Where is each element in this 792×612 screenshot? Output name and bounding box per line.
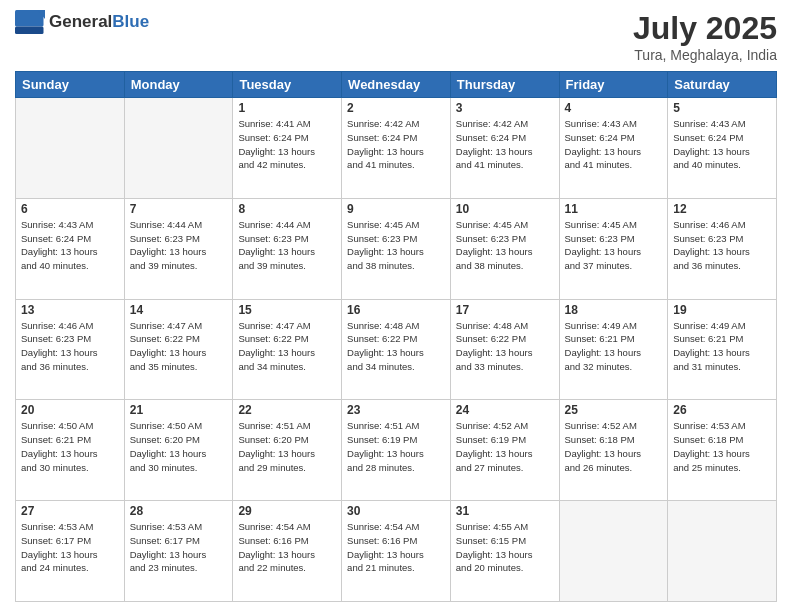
day-number: 8 — [238, 202, 336, 216]
day-number: 31 — [456, 504, 554, 518]
calendar-subtitle: Tura, Meghalaya, India — [633, 47, 777, 63]
table-row: 20Sunrise: 4:50 AMSunset: 6:21 PMDayligh… — [16, 400, 125, 501]
day-info: Sunrise: 4:49 AMSunset: 6:21 PMDaylight:… — [565, 319, 663, 374]
table-row: 24Sunrise: 4:52 AMSunset: 6:19 PMDayligh… — [450, 400, 559, 501]
table-row: 19Sunrise: 4:49 AMSunset: 6:21 PMDayligh… — [668, 299, 777, 400]
day-info: Sunrise: 4:44 AMSunset: 6:23 PMDaylight:… — [130, 218, 228, 273]
day-info: Sunrise: 4:48 AMSunset: 6:22 PMDaylight:… — [347, 319, 445, 374]
calendar-table: Sunday Monday Tuesday Wednesday Thursday… — [15, 71, 777, 602]
table-row: 30Sunrise: 4:54 AMSunset: 6:16 PMDayligh… — [342, 501, 451, 602]
logo-blue: Blue — [112, 12, 149, 31]
table-row: 1Sunrise: 4:41 AMSunset: 6:24 PMDaylight… — [233, 98, 342, 199]
day-info: Sunrise: 4:53 AMSunset: 6:17 PMDaylight:… — [130, 520, 228, 575]
day-number: 15 — [238, 303, 336, 317]
table-row: 18Sunrise: 4:49 AMSunset: 6:21 PMDayligh… — [559, 299, 668, 400]
table-row: 5Sunrise: 4:43 AMSunset: 6:24 PMDaylight… — [668, 98, 777, 199]
table-row: 29Sunrise: 4:54 AMSunset: 6:16 PMDayligh… — [233, 501, 342, 602]
table-row: 14Sunrise: 4:47 AMSunset: 6:22 PMDayligh… — [124, 299, 233, 400]
day-number: 1 — [238, 101, 336, 115]
table-row: 6Sunrise: 4:43 AMSunset: 6:24 PMDaylight… — [16, 198, 125, 299]
day-number: 16 — [347, 303, 445, 317]
day-number: 3 — [456, 101, 554, 115]
day-info: Sunrise: 4:42 AMSunset: 6:24 PMDaylight:… — [456, 117, 554, 172]
day-number: 24 — [456, 403, 554, 417]
day-number: 23 — [347, 403, 445, 417]
day-number: 19 — [673, 303, 771, 317]
day-number: 10 — [456, 202, 554, 216]
table-row: 25Sunrise: 4:52 AMSunset: 6:18 PMDayligh… — [559, 400, 668, 501]
day-info: Sunrise: 4:43 AMSunset: 6:24 PMDaylight:… — [673, 117, 771, 172]
logo: GeneralBlue — [15, 10, 149, 34]
day-info: Sunrise: 4:43 AMSunset: 6:24 PMDaylight:… — [21, 218, 119, 273]
table-row: 28Sunrise: 4:53 AMSunset: 6:17 PMDayligh… — [124, 501, 233, 602]
table-row: 10Sunrise: 4:45 AMSunset: 6:23 PMDayligh… — [450, 198, 559, 299]
table-row: 11Sunrise: 4:45 AMSunset: 6:23 PMDayligh… — [559, 198, 668, 299]
day-info: Sunrise: 4:48 AMSunset: 6:22 PMDaylight:… — [456, 319, 554, 374]
day-number: 12 — [673, 202, 771, 216]
day-info: Sunrise: 4:52 AMSunset: 6:18 PMDaylight:… — [565, 419, 663, 474]
svg-rect-0 — [15, 10, 44, 27]
col-tuesday: Tuesday — [233, 72, 342, 98]
table-row: 21Sunrise: 4:50 AMSunset: 6:20 PMDayligh… — [124, 400, 233, 501]
col-wednesday: Wednesday — [342, 72, 451, 98]
table-row — [668, 501, 777, 602]
day-info: Sunrise: 4:47 AMSunset: 6:22 PMDaylight:… — [130, 319, 228, 374]
day-info: Sunrise: 4:44 AMSunset: 6:23 PMDaylight:… — [238, 218, 336, 273]
logo-icon — [15, 10, 45, 34]
table-row: 17Sunrise: 4:48 AMSunset: 6:22 PMDayligh… — [450, 299, 559, 400]
day-info: Sunrise: 4:55 AMSunset: 6:15 PMDaylight:… — [456, 520, 554, 575]
logo-general: General — [49, 12, 112, 31]
col-monday: Monday — [124, 72, 233, 98]
page: GeneralBlue July 2025 Tura, Meghalaya, I… — [0, 0, 792, 612]
day-number: 27 — [21, 504, 119, 518]
table-row: 12Sunrise: 4:46 AMSunset: 6:23 PMDayligh… — [668, 198, 777, 299]
day-info: Sunrise: 4:46 AMSunset: 6:23 PMDaylight:… — [673, 218, 771, 273]
table-row — [124, 98, 233, 199]
day-number: 9 — [347, 202, 445, 216]
col-thursday: Thursday — [450, 72, 559, 98]
day-number: 17 — [456, 303, 554, 317]
table-row: 2Sunrise: 4:42 AMSunset: 6:24 PMDaylight… — [342, 98, 451, 199]
col-sunday: Sunday — [16, 72, 125, 98]
table-row — [559, 501, 668, 602]
table-row: 8Sunrise: 4:44 AMSunset: 6:23 PMDaylight… — [233, 198, 342, 299]
table-row: 7Sunrise: 4:44 AMSunset: 6:23 PMDaylight… — [124, 198, 233, 299]
table-row: 16Sunrise: 4:48 AMSunset: 6:22 PMDayligh… — [342, 299, 451, 400]
day-number: 7 — [130, 202, 228, 216]
table-row: 31Sunrise: 4:55 AMSunset: 6:15 PMDayligh… — [450, 501, 559, 602]
day-number: 26 — [673, 403, 771, 417]
day-number: 4 — [565, 101, 663, 115]
day-number: 29 — [238, 504, 336, 518]
day-number: 14 — [130, 303, 228, 317]
day-info: Sunrise: 4:50 AMSunset: 6:21 PMDaylight:… — [21, 419, 119, 474]
day-number: 13 — [21, 303, 119, 317]
calendar-week-row: 13Sunrise: 4:46 AMSunset: 6:23 PMDayligh… — [16, 299, 777, 400]
day-number: 11 — [565, 202, 663, 216]
day-info: Sunrise: 4:43 AMSunset: 6:24 PMDaylight:… — [565, 117, 663, 172]
table-row: 13Sunrise: 4:46 AMSunset: 6:23 PMDayligh… — [16, 299, 125, 400]
day-number: 20 — [21, 403, 119, 417]
svg-rect-2 — [15, 27, 44, 35]
day-number: 18 — [565, 303, 663, 317]
table-row: 3Sunrise: 4:42 AMSunset: 6:24 PMDaylight… — [450, 98, 559, 199]
table-row: 27Sunrise: 4:53 AMSunset: 6:17 PMDayligh… — [16, 501, 125, 602]
table-row: 26Sunrise: 4:53 AMSunset: 6:18 PMDayligh… — [668, 400, 777, 501]
calendar-week-row: 1Sunrise: 4:41 AMSunset: 6:24 PMDaylight… — [16, 98, 777, 199]
day-number: 6 — [21, 202, 119, 216]
day-info: Sunrise: 4:45 AMSunset: 6:23 PMDaylight:… — [347, 218, 445, 273]
day-number: 22 — [238, 403, 336, 417]
table-row: 23Sunrise: 4:51 AMSunset: 6:19 PMDayligh… — [342, 400, 451, 501]
day-info: Sunrise: 4:54 AMSunset: 6:16 PMDaylight:… — [238, 520, 336, 575]
day-info: Sunrise: 4:46 AMSunset: 6:23 PMDaylight:… — [21, 319, 119, 374]
day-info: Sunrise: 4:50 AMSunset: 6:20 PMDaylight:… — [130, 419, 228, 474]
day-info: Sunrise: 4:51 AMSunset: 6:20 PMDaylight:… — [238, 419, 336, 474]
day-info: Sunrise: 4:45 AMSunset: 6:23 PMDaylight:… — [565, 218, 663, 273]
logo-text: GeneralBlue — [49, 13, 149, 32]
table-row: 15Sunrise: 4:47 AMSunset: 6:22 PMDayligh… — [233, 299, 342, 400]
header: GeneralBlue July 2025 Tura, Meghalaya, I… — [15, 10, 777, 63]
day-number: 5 — [673, 101, 771, 115]
col-saturday: Saturday — [668, 72, 777, 98]
table-row — [16, 98, 125, 199]
day-info: Sunrise: 4:49 AMSunset: 6:21 PMDaylight:… — [673, 319, 771, 374]
col-friday: Friday — [559, 72, 668, 98]
